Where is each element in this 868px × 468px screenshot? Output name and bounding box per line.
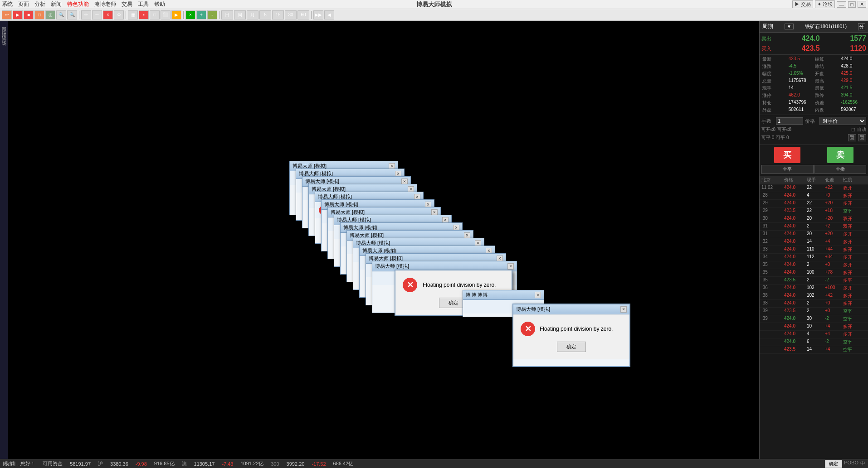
toolbar-btn-18[interactable]: + — [196, 10, 206, 19]
trade-type-7: 多开 — [843, 239, 866, 245]
dialog-14-close[interactable]: × — [507, 263, 514, 270]
menu-analysis[interactable]: 分析 — [34, 0, 45, 8]
pobo-label: POBO — [844, 460, 858, 468]
menu-tools[interactable]: 工具 — [138, 0, 149, 8]
trade-price-21: 423.5 — [784, 347, 807, 353]
menu-help[interactable]: 帮助 — [154, 0, 165, 8]
toolbar-btn-12[interactable]: ▦ — [128, 10, 138, 19]
toolbar-btn-17[interactable]: × — [185, 10, 195, 19]
trade-row-19: 424.0 4 +4 多开 — [760, 331, 868, 338]
toolbar-btn-14[interactable]: □ — [150, 10, 160, 19]
menu-page[interactable]: 页面 — [18, 0, 29, 8]
zh-label: 中 — [860, 460, 865, 468]
trade-price-13: 424.0 — [784, 285, 807, 291]
menu-system[interactable]: 系统 — [2, 0, 13, 8]
sidebar-item-5[interactable]: 市 — [1, 34, 7, 35]
trade-price-1: 424.0 — [784, 193, 807, 199]
order-qty-input[interactable] — [776, 117, 803, 125]
trade-row-16: :39 423.5 2 +0 空平 — [760, 308, 868, 315]
trade-type-11: 多开 — [843, 270, 866, 276]
period-type-btn[interactable]: 分 — [858, 23, 865, 30]
can-close-buy: 可平 0 — [761, 135, 774, 141]
toolbar-btn-6[interactable]: 🔍 — [56, 10, 66, 19]
toolbar-btn-8[interactable]: ✏ — [81, 10, 91, 19]
menu-news[interactable]: 新闻 — [51, 0, 62, 8]
toolbar-btn-13[interactable]: ▪ — [139, 10, 149, 19]
toolbar-btn-5[interactable]: ◎ — [45, 10, 55, 19]
stats-grid: 最新423.5结算424.0涨跌-4.5昨结428.0幅度-1.05%开盘425… — [760, 55, 868, 115]
sidebar-item-2[interactable]: 指 — [1, 25, 7, 27]
trade-time-5: :31 — [761, 223, 784, 230]
toolbar-btn-19[interactable]: - — [207, 10, 217, 19]
trade-price-18: 424.0 — [784, 323, 807, 330]
trade-time-21 — [761, 347, 784, 353]
toolbar-btn-60m[interactable]: 60 — [297, 10, 309, 19]
trade-time-17: :39 — [761, 316, 784, 322]
menu-broadcast[interactable]: 淹博老师 — [94, 0, 116, 8]
dialog-lower-main-body: ✕ Floating point division by zero. 确定 — [513, 314, 629, 359]
trade-vol-5: 2 — [807, 223, 825, 230]
toolbar-btn-m1[interactable]: 月 — [247, 10, 258, 19]
trade-row-13: :36 424.0 102 +100 多开 — [760, 285, 868, 292]
toolbar-btn-15[interactable]: ⬜ — [161, 10, 171, 19]
forum-button[interactable]: ✦ 论坛 — [815, 0, 835, 8]
toolbar-btn-3[interactable]: ■ — [24, 10, 34, 19]
auto-checkbox[interactable]: ☐ — [851, 127, 855, 132]
trade-vol-18: 10 — [807, 323, 825, 330]
trade-time-9: :34 — [761, 254, 784, 261]
status-confirm-btn[interactable]: 确定 — [825, 460, 842, 468]
toolbar-btn-15m[interactable]: 15 — [272, 10, 284, 19]
toolbar-btn-16[interactable]: ▶ — [171, 10, 181, 19]
sidebar-item-4[interactable]: 续 — [1, 31, 7, 33]
can-open-sell: 可开≤8 — [777, 126, 791, 133]
toolbar-btn-w1[interactable]: 周 — [234, 10, 246, 19]
trade-change-8: +44 — [825, 246, 843, 253]
auto-label: 自动 — [857, 126, 866, 133]
menu-special[interactable]: 特色功能 — [67, 0, 89, 8]
toolbar-btn-1[interactable]: ↩ — [2, 10, 12, 19]
col-price: 价格 — [784, 177, 807, 183]
dialog-lower-1-titlebar[interactable]: 博 博 博 博 × — [463, 290, 544, 300]
window-controls: ▶ 交易 ✦ 论坛 — □ ✕ — [792, 0, 866, 8]
trade-time-4: :30 — [761, 216, 784, 222]
period-selector[interactable]: ▼ — [785, 24, 794, 29]
stat-label-外盘: 外盘 — [761, 106, 788, 114]
cancel-all-btn[interactable]: 全撤 — [814, 165, 867, 174]
trade-row-9: :34 424.0 112 +34 多开 — [760, 254, 868, 261]
dialog-lower-main-close[interactable]: × — [620, 306, 627, 313]
toolbar-btn-11[interactable]: ⚙ — [114, 10, 124, 19]
close-btn[interactable]: ✕ — [858, 1, 866, 8]
trade-price-9: 424.0 — [784, 254, 807, 261]
toolbar-btn-7[interactable]: 🔍 — [67, 10, 77, 19]
stat-label-内盘: 内盘 — [814, 106, 840, 114]
maximize-btn[interactable]: □ — [848, 1, 856, 8]
minimize-btn[interactable]: — — [837, 1, 846, 8]
trade-time-12: :35 — [761, 277, 784, 284]
dialog-lower-main-titlebar[interactable]: 博易大师 [模拟] × — [513, 304, 629, 314]
menu-trade[interactable]: 交易 — [122, 0, 132, 8]
toolbar-extra-1[interactable]: ▶▶ — [313, 10, 323, 19]
set-btn[interactable]: 置 — [848, 134, 856, 141]
sidebar-item-6[interactable]: 场 — [1, 36, 7, 38]
toolbar-btn-30m[interactable]: 30 — [285, 10, 297, 19]
sell-button[interactable]: 卖 — [827, 147, 853, 163]
toolbar-btn-d1[interactable]: 日 — [221, 10, 233, 19]
buy-button[interactable]: 买 — [774, 147, 800, 163]
toolbar-btn-9[interactable]: 〰 — [92, 10, 102, 19]
toolbar-btn-10[interactable]: × — [103, 10, 113, 19]
close-all-btn[interactable]: 全平 — [761, 165, 814, 174]
trade-change-15: +0 — [825, 300, 843, 307]
reset-btn[interactable]: 置 — [858, 134, 866, 141]
dialog-lower-1-close[interactable]: × — [535, 292, 541, 298]
bid-row: 买入 423.5 1120 — [761, 43, 866, 53]
lower-ok-button[interactable]: 确定 — [557, 342, 586, 352]
sidebar-item-3[interactable]: 连 — [1, 28, 7, 30]
toolbar-btn-4[interactable]: □ — [34, 10, 44, 19]
price-type-select[interactable]: 对手价 限价 — [819, 117, 866, 125]
sidebar-item-1[interactable]: 图 — [1, 23, 7, 24]
toolbar-extra-2[interactable]: ◀ — [324, 10, 334, 19]
trade-button[interactable]: ▶ 交易 — [792, 0, 813, 8]
toolbar-btn-2[interactable]: ▶ — [13, 10, 23, 19]
trade-time-10: :35 — [761, 262, 784, 268]
toolbar-btn-5m[interactable]: 5 — [259, 10, 271, 19]
